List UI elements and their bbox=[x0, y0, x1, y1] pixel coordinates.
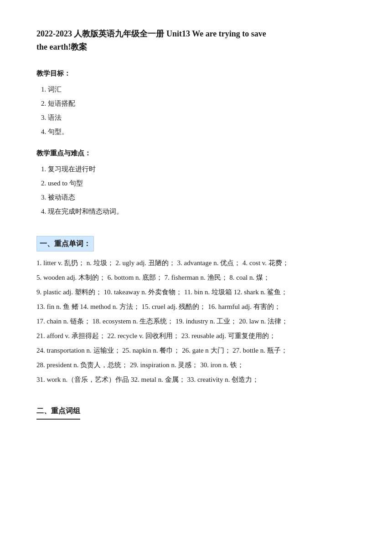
vocab2-heading: 二、重点词组 bbox=[36, 405, 80, 420]
vocab-list: 1. litter v. 乱扔； n. 垃圾； 2. ugly adj. 丑陋的… bbox=[36, 256, 356, 386]
vocab-line-9: 31. work n.（音乐，艺术）作品 32. metal n. 金属； 33… bbox=[36, 373, 356, 386]
teaching-goal-1: 1. 词汇 bbox=[41, 83, 356, 96]
vocab-line-8: 28. president n. 负责人，总统； 29. inspiration… bbox=[36, 358, 356, 372]
teaching-focus-1: 1. 复习现在进行时 bbox=[41, 163, 356, 175]
vocab-line-6: 21. afford v. 承担得起； 22. recycle v. 回收利用；… bbox=[36, 329, 356, 343]
vocab-section: 一、重点单词： 1. litter v. 乱扔； n. 垃圾； 2. ugly … bbox=[36, 227, 356, 387]
teaching-goal-2: 2. 短语搭配 bbox=[41, 97, 356, 110]
teaching-goals-section: 教学目标： 1. 词汇 2. 短语搭配 3. 语法 4. 句型。 bbox=[36, 67, 356, 138]
vocab-line-4: 13. fin n. 鱼 鳍 14. method n. 方法； 15. cru… bbox=[36, 300, 356, 313]
vocab-line-2: 5. wooden adj. 木制的； 6. bottom n. 底部； 7. … bbox=[36, 271, 356, 284]
teaching-focus-label: 教学重点与难点： bbox=[36, 147, 356, 159]
teaching-focus-3: 3. 被动语态 bbox=[41, 191, 356, 204]
page-title: 2022-2023 人教版英语九年级全一册 Unit13 We are tryi… bbox=[36, 27, 356, 54]
vocab-line-7: 24. transportation n. 运输业； 25. napkin n.… bbox=[36, 344, 356, 357]
teaching-focus-4: 4. 现在完成时和情态动词。 bbox=[41, 205, 356, 218]
teaching-goals-label: 教学目标： bbox=[36, 67, 356, 80]
vocab2-section: 二、重点词组 bbox=[36, 395, 356, 424]
teaching-goal-3: 3. 语法 bbox=[41, 112, 356, 124]
vocab-line-3: 9. plastic adj. 塑料的； 10. takeaway n. 外卖食… bbox=[36, 285, 356, 299]
teaching-goal-4: 4. 句型。 bbox=[41, 126, 356, 138]
vocab-heading: 一、重点单词： bbox=[36, 236, 94, 252]
teaching-focus-section: 教学重点与难点： 1. 复习现在进行时 2. used to 句型 3. 被动语… bbox=[36, 147, 356, 218]
vocab-line-1: 1. litter v. 乱扔； n. 垃圾； 2. ugly adj. 丑陋的… bbox=[36, 256, 356, 270]
teaching-focus-2: 2. used to 句型 bbox=[41, 177, 356, 190]
vocab-line-5: 17. chain n. 链条； 18. ecosystem n. 生态系统； … bbox=[36, 314, 356, 328]
